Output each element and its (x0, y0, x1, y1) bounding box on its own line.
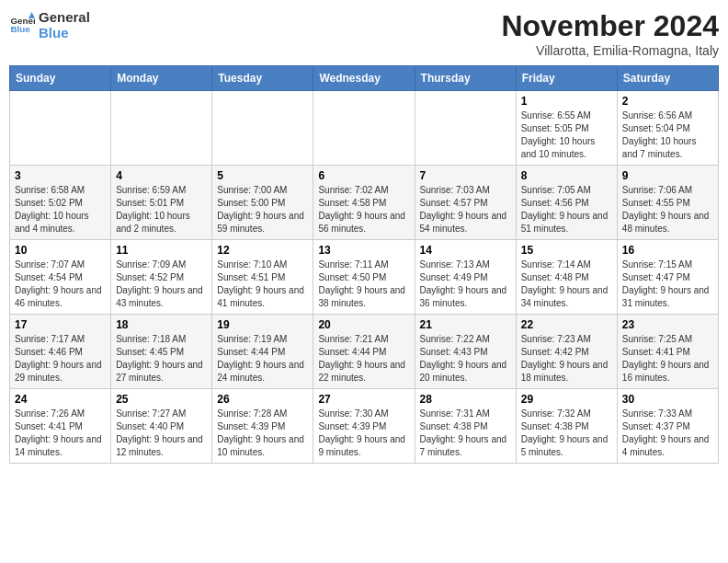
day-number: 26 (217, 393, 308, 406)
calendar-cell: 16Sunrise: 7:15 AMSunset: 4:47 PMDayligh… (617, 240, 718, 315)
calendar-week-4: 17Sunrise: 7:17 AMSunset: 4:46 PMDayligh… (10, 315, 719, 389)
day-info: Sunrise: 7:17 AMSunset: 4:46 PMDaylight:… (15, 333, 106, 385)
calendar-week-3: 10Sunrise: 7:07 AMSunset: 4:54 PMDayligh… (10, 240, 719, 315)
logo-icon: General Blue (9, 12, 35, 38)
day-number: 20 (318, 318, 409, 331)
day-number: 30 (622, 393, 713, 406)
day-number: 7 (420, 169, 511, 182)
day-info: Sunrise: 7:02 AMSunset: 4:58 PMDaylight:… (318, 184, 409, 236)
calendar-cell: 9Sunrise: 7:06 AMSunset: 4:55 PMDaylight… (617, 166, 718, 240)
day-number: 27 (318, 393, 409, 406)
calendar-cell: 26Sunrise: 7:28 AMSunset: 4:39 PMDayligh… (212, 389, 313, 464)
calendar-cell: 22Sunrise: 7:23 AMSunset: 4:42 PMDayligh… (516, 315, 617, 389)
day-number: 25 (116, 393, 207, 406)
calendar-cell: 30Sunrise: 7:33 AMSunset: 4:37 PMDayligh… (617, 389, 718, 464)
day-info: Sunrise: 7:15 AMSunset: 4:47 PMDaylight:… (622, 259, 713, 310)
day-info: Sunrise: 6:55 AMSunset: 5:05 PMDaylight:… (521, 109, 612, 161)
calendar-cell: 23Sunrise: 7:25 AMSunset: 4:41 PMDayligh… (617, 315, 718, 389)
calendar-cell: 25Sunrise: 7:27 AMSunset: 4:40 PMDayligh… (111, 389, 212, 464)
calendar-cell: 4Sunrise: 6:59 AMSunset: 5:01 PMDaylight… (111, 166, 212, 240)
calendar-cell: 17Sunrise: 7:17 AMSunset: 4:46 PMDayligh… (10, 315, 111, 389)
header-sunday: Sunday (10, 66, 111, 91)
calendar-cell (415, 91, 516, 166)
day-number: 8 (521, 169, 612, 182)
calendar-cell: 15Sunrise: 7:14 AMSunset: 4:48 PMDayligh… (516, 240, 617, 315)
day-info: Sunrise: 7:06 AMSunset: 4:55 PMDaylight:… (622, 184, 713, 236)
day-number: 22 (521, 318, 612, 331)
calendar-cell: 1Sunrise: 6:55 AMSunset: 5:05 PMDaylight… (516, 91, 617, 166)
day-number: 6 (318, 169, 409, 182)
calendar-cell (212, 91, 313, 166)
calendar-cell: 24Sunrise: 7:26 AMSunset: 4:41 PMDayligh… (10, 389, 111, 464)
calendar-cell: 12Sunrise: 7:10 AMSunset: 4:51 PMDayligh… (212, 240, 313, 315)
header-wednesday: Wednesday (313, 66, 415, 91)
day-number: 12 (217, 244, 308, 257)
header-tuesday: Tuesday (212, 66, 313, 91)
day-info: Sunrise: 7:10 AMSunset: 4:51 PMDaylight:… (217, 259, 308, 310)
day-info: Sunrise: 7:13 AMSunset: 4:49 PMDaylight:… (420, 259, 511, 310)
header: General Blue General Blue November 2024 … (9, 9, 719, 58)
header-monday: Monday (111, 66, 212, 91)
day-number: 1 (521, 95, 612, 108)
calendar-cell (111, 91, 212, 166)
day-number: 10 (15, 244, 106, 257)
calendar-week-5: 24Sunrise: 7:26 AMSunset: 4:41 PMDayligh… (10, 389, 719, 464)
calendar-cell: 21Sunrise: 7:22 AMSunset: 4:43 PMDayligh… (415, 315, 516, 389)
day-info: Sunrise: 7:25 AMSunset: 4:41 PMDaylight:… (622, 333, 713, 385)
calendar-cell: 28Sunrise: 7:31 AMSunset: 4:38 PMDayligh… (415, 389, 516, 464)
calendar-cell: 13Sunrise: 7:11 AMSunset: 4:50 PMDayligh… (313, 240, 415, 315)
calendar-cell: 2Sunrise: 6:56 AMSunset: 5:04 PMDaylight… (617, 91, 718, 166)
calendar-week-1: 1Sunrise: 6:55 AMSunset: 5:05 PMDaylight… (10, 91, 719, 166)
day-number: 11 (116, 244, 207, 257)
day-number: 28 (420, 393, 511, 406)
calendar-cell (10, 91, 111, 166)
day-number: 21 (420, 318, 511, 331)
day-number: 15 (521, 244, 612, 257)
day-info: Sunrise: 7:19 AMSunset: 4:44 PMDaylight:… (217, 333, 308, 385)
calendar-cell: 14Sunrise: 7:13 AMSunset: 4:49 PMDayligh… (415, 240, 516, 315)
day-number: 17 (15, 318, 106, 331)
day-info: Sunrise: 7:30 AMSunset: 4:39 PMDaylight:… (318, 408, 409, 459)
day-number: 19 (217, 318, 308, 331)
day-info: Sunrise: 7:31 AMSunset: 4:38 PMDaylight:… (420, 408, 511, 459)
day-number: 14 (420, 244, 511, 257)
svg-text:Blue: Blue (10, 24, 30, 34)
day-info: Sunrise: 7:26 AMSunset: 4:41 PMDaylight:… (15, 408, 106, 459)
day-number: 18 (116, 318, 207, 331)
header-thursday: Thursday (415, 66, 516, 91)
day-number: 3 (15, 169, 106, 182)
calendar-cell: 3Sunrise: 6:58 AMSunset: 5:02 PMDaylight… (10, 166, 111, 240)
day-number: 23 (622, 318, 713, 331)
day-info: Sunrise: 7:27 AMSunset: 4:40 PMDaylight:… (116, 408, 207, 459)
calendar-cell: 20Sunrise: 7:21 AMSunset: 4:44 PMDayligh… (313, 315, 415, 389)
day-number: 29 (521, 393, 612, 406)
day-info: Sunrise: 7:22 AMSunset: 4:43 PMDaylight:… (420, 333, 511, 385)
day-info: Sunrise: 7:18 AMSunset: 4:45 PMDaylight:… (116, 333, 207, 385)
day-info: Sunrise: 7:28 AMSunset: 4:39 PMDaylight:… (217, 408, 308, 459)
day-info: Sunrise: 6:56 AMSunset: 5:04 PMDaylight:… (622, 109, 713, 161)
day-number: 9 (622, 169, 713, 182)
day-number: 5 (217, 169, 308, 182)
day-number: 13 (318, 244, 409, 257)
header-saturday: Saturday (617, 66, 718, 91)
header-friday: Friday (516, 66, 617, 91)
calendar-week-2: 3Sunrise: 6:58 AMSunset: 5:02 PMDaylight… (10, 166, 719, 240)
logo-general: General (39, 9, 90, 25)
day-info: Sunrise: 6:59 AMSunset: 5:01 PMDaylight:… (116, 184, 207, 236)
calendar-cell: 27Sunrise: 7:30 AMSunset: 4:39 PMDayligh… (313, 389, 415, 464)
day-info: Sunrise: 7:21 AMSunset: 4:44 PMDaylight:… (318, 333, 409, 385)
calendar-cell: 11Sunrise: 7:09 AMSunset: 4:52 PMDayligh… (111, 240, 212, 315)
day-info: Sunrise: 7:33 AMSunset: 4:37 PMDaylight:… (622, 408, 713, 459)
calendar-cell: 18Sunrise: 7:18 AMSunset: 4:45 PMDayligh… (111, 315, 212, 389)
logo-blue: Blue (39, 25, 90, 40)
day-number: 2 (622, 95, 713, 108)
day-number: 4 (116, 169, 207, 182)
calendar-header-row: SundayMondayTuesdayWednesdayThursdayFrid… (10, 66, 719, 91)
day-number: 24 (15, 393, 106, 406)
subtitle: Villarotta, Emilia-Romagna, Italy (501, 43, 719, 58)
day-info: Sunrise: 7:09 AMSunset: 4:52 PMDaylight:… (116, 259, 207, 310)
day-info: Sunrise: 7:05 AMSunset: 4:56 PMDaylight:… (521, 184, 612, 236)
calendar-cell: 8Sunrise: 7:05 AMSunset: 4:56 PMDaylight… (516, 166, 617, 240)
calendar-cell (313, 91, 415, 166)
day-info: Sunrise: 7:03 AMSunset: 4:57 PMDaylight:… (420, 184, 511, 236)
